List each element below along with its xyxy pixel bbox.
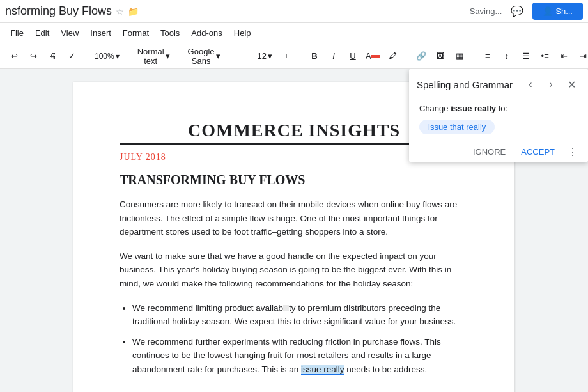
- to-label: to:: [499, 104, 507, 113]
- print-button[interactable]: 🖨: [43, 47, 61, 65]
- spelling-next-button[interactable]: ›: [542, 75, 560, 93]
- image-button[interactable]: 🖼: [431, 47, 449, 65]
- doc-title: nsforming Buy Flows: [5, 4, 112, 18]
- change-label: Change: [419, 104, 449, 113]
- italic-button[interactable]: I: [325, 47, 343, 65]
- list-item-1-text: We recommend limiting product availabili…: [132, 303, 456, 327]
- share-label: Sh...: [555, 6, 573, 16]
- menu-format[interactable]: Format: [118, 26, 154, 40]
- spellcheck-button[interactable]: ✓: [63, 47, 81, 65]
- doc-paragraph-2-text: We want to make sure that we have a good…: [120, 251, 451, 288]
- spelling-prev-button[interactable]: ‹: [522, 75, 539, 93]
- list-item-2-text: We recommend further experiments with re…: [132, 337, 441, 375]
- spelling-grammar-panel: Spelling and Grammar ‹ › ✕ Change issue …: [409, 69, 588, 162]
- zoom-value: 100%: [95, 52, 114, 61]
- more-options-button[interactable]: ⋮: [565, 143, 580, 161]
- folder-icon[interactable]: 📁: [128, 6, 139, 17]
- spelling-title: Spelling and Grammar: [417, 79, 513, 90]
- accept-button[interactable]: ACCEPT: [516, 145, 560, 159]
- size-decrease-button[interactable]: −: [235, 47, 252, 65]
- doc-paragraph-2: We want to make sure that we have a good…: [120, 249, 468, 291]
- highlight-button[interactable]: 🖍: [384, 47, 402, 65]
- spelling-body: Change issue really to: issue that reall…: [409, 98, 588, 139]
- spelling-change-text: Change issue really to:: [419, 104, 578, 113]
- size-group: − 12 ▾ +: [235, 47, 295, 65]
- style-value: Normal text: [137, 47, 164, 66]
- menu-edit[interactable]: Edit: [30, 26, 54, 40]
- issue-word: issue really: [451, 104, 496, 113]
- spelling-actions: IGNORE ACCEPT ⋮: [409, 139, 588, 166]
- menu-addons[interactable]: Add-ons: [186, 26, 227, 40]
- title-bar: nsforming Buy Flows ☆ 📁 Saving... 💬 👤 Sh…: [0, 0, 588, 23]
- align-group: ≡ ↕ ☰ •≡ ⇤ ⇥ Tx: [479, 47, 588, 65]
- doc-paragraph-1: Consumers are more likely to transact on…: [120, 198, 468, 239]
- redo-button[interactable]: ↪: [24, 47, 42, 65]
- toolbar-undo-group: ↩ ↪ 🖨 ✓: [5, 47, 81, 65]
- indent-decrease-button[interactable]: ⇤: [555, 47, 573, 65]
- size-chevron: ▾: [268, 51, 272, 61]
- share-icon: 👤: [543, 6, 553, 16]
- zoom-group: 100% ▾: [91, 47, 123, 65]
- doc-paragraph-1-text: Consumers are more likely to transact on…: [120, 200, 457, 237]
- zoom-chevron: ▾: [116, 52, 120, 61]
- zoom-dropdown[interactable]: 100% ▾: [91, 47, 123, 65]
- spelling-header: Spelling and Grammar ‹ › ✕: [409, 69, 588, 98]
- size-dropdown[interactable]: 12 ▾: [254, 47, 276, 65]
- align-button[interactable]: ≡: [479, 47, 497, 65]
- link-group: 🔗 🖼 ▦: [412, 47, 468, 65]
- size-increase-button[interactable]: +: [277, 47, 295, 65]
- star-icon[interactable]: ☆: [116, 6, 124, 17]
- font-chevron: ▾: [216, 51, 220, 61]
- font-dropdown[interactable]: Google Sans ▾: [184, 47, 224, 65]
- spelling-close-button[interactable]: ✕: [562, 75, 580, 93]
- share-button[interactable]: 👤 Sh...: [532, 3, 583, 20]
- table-button[interactable]: ▦: [451, 47, 468, 65]
- list-item: We recommend limiting product availabili…: [132, 301, 468, 329]
- indent-increase-button[interactable]: ⇥: [575, 47, 588, 65]
- font-color-button[interactable]: A: [363, 47, 383, 65]
- link-button[interactable]: 🔗: [412, 47, 430, 65]
- style-dropdown[interactable]: Normal text ▾: [134, 47, 174, 65]
- list-item: We recommend further experiments with re…: [132, 335, 468, 377]
- list-button[interactable]: ☰: [517, 47, 535, 65]
- menu-tools[interactable]: Tools: [155, 26, 185, 40]
- menu-insert[interactable]: Insert: [85, 26, 116, 40]
- font-value: Google Sans: [188, 47, 215, 66]
- bullet-button[interactable]: •≡: [536, 47, 554, 65]
- doc-section-title: TRANSFORMING BUY FLOWS: [120, 173, 468, 187]
- title-bar-right: Saving... 💬 👤 Sh...: [470, 1, 583, 22]
- size-value: 12: [258, 51, 267, 61]
- underline-button[interactable]: U: [344, 47, 362, 65]
- style-chevron: ▾: [166, 51, 170, 61]
- menu-help[interactable]: Help: [229, 26, 256, 40]
- highlighted-text: issue really: [301, 365, 344, 375]
- title-bar-left: nsforming Buy Flows ☆ 📁: [5, 4, 139, 18]
- menu-bar: File Edit View Insert Format Tools Add-o…: [0, 23, 588, 43]
- style-group: Normal text ▾: [134, 47, 174, 65]
- ignore-button[interactable]: IGNORE: [468, 145, 511, 159]
- linespacing-button[interactable]: ↕: [498, 47, 516, 65]
- format-group: B I U A 🖍: [306, 47, 402, 65]
- undo-button[interactable]: ↩: [5, 47, 23, 65]
- menu-view[interactable]: View: [56, 26, 84, 40]
- suggestion-button[interactable]: issue that really: [419, 120, 495, 134]
- spelling-nav: ‹ › ✕: [522, 75, 580, 93]
- comment-button[interactable]: 💬: [507, 1, 527, 22]
- doc-list: We recommend limiting product availabili…: [132, 301, 468, 377]
- menu-file[interactable]: File: [5, 26, 29, 40]
- underlined-text: address.: [394, 365, 428, 374]
- bold-button[interactable]: B: [306, 47, 323, 65]
- document-area: COMMERCE INSIGHTS JULY 2018 TRANSFORMING…: [0, 69, 588, 392]
- toolbar: ↩ ↪ 🖨 ✓ 100% ▾ Normal text ▾ Google Sans…: [0, 43, 588, 69]
- saving-text: Saving...: [470, 6, 502, 16]
- font-group: Google Sans ▾: [184, 47, 224, 65]
